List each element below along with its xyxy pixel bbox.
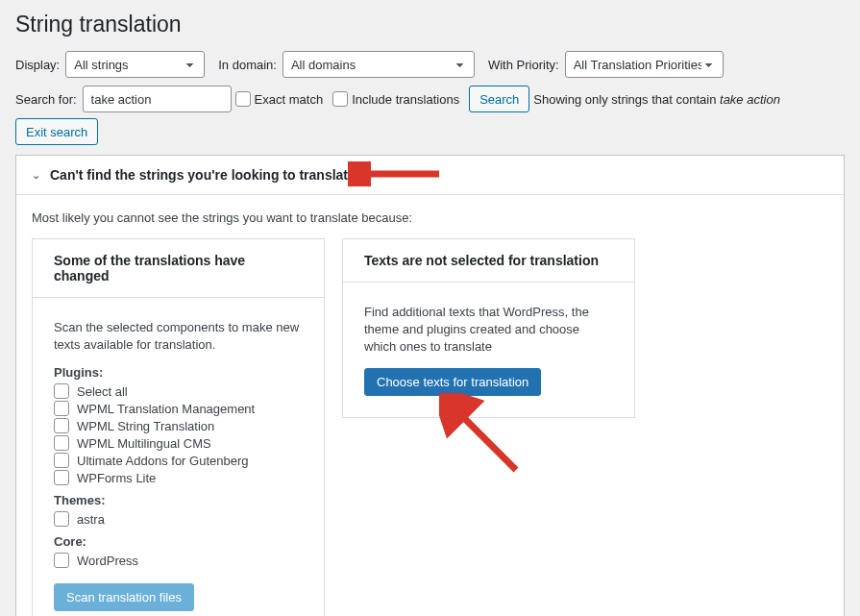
- theme-item: astra: [54, 511, 303, 527]
- chevron-down-icon: ⌄: [32, 169, 40, 182]
- plugin-label: WPML Multilingual CMS: [77, 436, 211, 451]
- card1-title: Some of the translations have changed: [33, 239, 324, 298]
- scan-translation-files-button[interactable]: Scan translation files: [54, 583, 194, 611]
- plugin-checkbox[interactable]: [54, 383, 69, 399]
- accordion-toggle[interactable]: ⌄ Can't find the strings you're looking …: [16, 156, 844, 195]
- priority-label: With Priority:: [488, 58, 559, 72]
- plugin-item: WPML Translation Management: [54, 401, 303, 416]
- cards-container: Some of the translations have changed Sc…: [32, 238, 828, 616]
- panel-body: Most likely you cannot see the strings y…: [16, 195, 844, 616]
- plugin-item: WPForms Lite: [54, 470, 303, 485]
- card2-desc: Find additional texts that WordPress, th…: [364, 304, 613, 357]
- plugin-item: Select all: [54, 383, 303, 399]
- core-checkbox[interactable]: [54, 553, 69, 568]
- plugin-checkbox[interactable]: [54, 401, 69, 416]
- plugin-label: WPML String Translation: [77, 419, 214, 433]
- plugin-checkbox[interactable]: [54, 418, 69, 433]
- search-button[interactable]: Search: [469, 86, 529, 112]
- exact-match-checkbox[interactable]: [235, 91, 251, 107]
- plugin-checkbox[interactable]: [54, 453, 69, 468]
- filter-row: Display: All strings In domain: All doma…: [15, 51, 845, 78]
- accordion-title: Can't find the strings you're looking to…: [50, 167, 363, 183]
- svg-line-3: [456, 410, 516, 470]
- core-group-label: Core:: [54, 534, 303, 549]
- priority-select[interactable]: All Translation Priorities: [565, 51, 724, 78]
- exit-search-button[interactable]: Exit search: [15, 118, 98, 145]
- help-panel: ⌄ Can't find the strings you're looking …: [15, 155, 845, 616]
- theme-label: astra: [77, 512, 105, 527]
- search-term: take action: [720, 92, 780, 107]
- core-item: WordPress: [54, 553, 303, 568]
- exact-match-label: Exact match: [255, 92, 324, 107]
- domain-select[interactable]: All domains: [283, 51, 475, 78]
- choose-texts-button[interactable]: Choose texts for translation: [364, 368, 541, 396]
- card1-desc: Scan the selected components to make new…: [54, 319, 303, 354]
- lead-text: Most likely you cannot see the strings y…: [32, 210, 828, 225]
- page-title: String translation: [15, 12, 845, 37]
- theme-checkbox[interactable]: [54, 511, 69, 527]
- plugin-label: Select all: [77, 384, 128, 399]
- plugin-item: Ultimate Addons for Gutenberg: [54, 453, 303, 468]
- card-texts-not-selected: Texts are not selected for translation F…: [342, 238, 635, 418]
- plugin-label: WPML Translation Management: [77, 402, 255, 416]
- plugin-item: WPML String Translation: [54, 418, 303, 433]
- core-label: WordPress: [77, 554, 138, 568]
- display-label: Display:: [15, 58, 60, 72]
- showing-text: Showing only strings that contain take a…: [533, 92, 780, 107]
- plugins-group-label: Plugins:: [54, 365, 303, 380]
- search-input[interactable]: [83, 86, 232, 112]
- themes-group-label: Themes:: [54, 493, 303, 507]
- search-label: Search for:: [15, 92, 77, 107]
- plugin-item: WPML Multilingual CMS: [54, 435, 303, 451]
- domain-label: In domain:: [218, 58, 277, 72]
- include-translations-checkbox[interactable]: [332, 91, 348, 107]
- plugin-checkbox[interactable]: [54, 470, 69, 485]
- card2-title: Texts are not selected for translation: [343, 239, 634, 283]
- plugin-checkbox[interactable]: [54, 435, 69, 451]
- plugin-label: WPForms Lite: [77, 471, 156, 485]
- search-row: Search for: Exact match Include translat…: [15, 86, 845, 145]
- card-translations-changed: Some of the translations have changed Sc…: [32, 238, 325, 616]
- display-select[interactable]: All strings: [65, 51, 205, 78]
- include-translations-label: Include translations: [352, 92, 459, 107]
- plugin-label: Ultimate Addons for Gutenberg: [77, 454, 249, 468]
